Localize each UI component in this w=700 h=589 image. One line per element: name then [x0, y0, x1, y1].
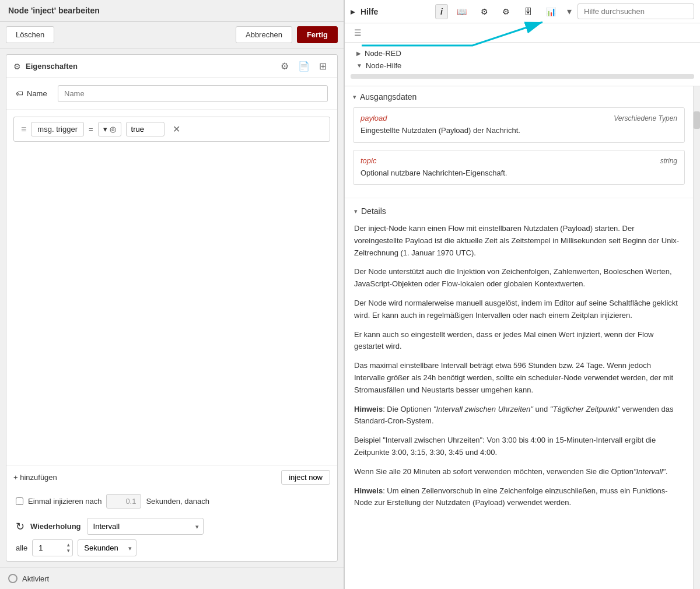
details-para-6: Hinweis: Die Optionen "Intervall zwische…	[354, 404, 684, 428]
trigger-type-dropdown[interactable]: ▾ ◎	[98, 122, 121, 136]
details-para-1: Der inject-Node kann einen Flow mit eins…	[354, 223, 684, 259]
nav-item-nodered[interactable]: ▶ Node-RED	[351, 47, 694, 59]
trigger-operator: =	[89, 125, 93, 134]
intervall-em: "Intervall"	[634, 467, 666, 476]
more-button[interactable]: ▾	[565, 3, 574, 19]
nav-item-nodered-label: Node-RED	[365, 49, 401, 58]
output-item-payload-header: payload Verschiedene Typen	[360, 114, 677, 122]
right-scrollbar[interactable]	[693, 86, 700, 589]
right-content-wrapper: ▾ Ausgangsdaten payload Verschiedene Typ…	[345, 86, 700, 589]
nav-tree: ▶ Node-RED ▼ Node-Hilfe	[345, 43, 700, 86]
spinner-up-button[interactable]: ▲	[65, 542, 72, 548]
drag-handle-icon: ≡	[21, 124, 26, 135]
ausgangsdaten-title: ▾ Ausgangsdaten	[353, 92, 685, 101]
output-desc-payload: Eingestellte Nutzdaten (Payload) der Nac…	[360, 125, 677, 136]
empty-area	[6, 149, 337, 465]
bottom-bar: + hinzufügen inject now	[6, 465, 337, 489]
properties-gear-icon: ⚙	[13, 62, 21, 71]
output-item-payload: payload Verschiedene Typen Eingestellte …	[353, 107, 685, 143]
trigger-remove-button[interactable]: ✕	[169, 122, 184, 136]
dropdown-arrow-icon: ▾	[103, 125, 107, 134]
output-name-topic: topic	[360, 156, 376, 165]
repeat-select[interactable]: Intervall Zeitintervall Täglich	[87, 518, 204, 535]
interval-label: alle	[16, 544, 27, 552]
properties-header: ⚙ Eigenschaften ⚙ 📄 ⊞	[6, 55, 337, 78]
details-para-8: Wenn Sie alle 20 Minuten ab sofort verwe…	[354, 466, 684, 478]
details-para-7: Beispiel "Intervall zwischen Uhrzeiten":…	[354, 434, 684, 459]
scrollbar-thumb	[694, 111, 700, 129]
output-name-payload: payload	[360, 114, 387, 122]
left-panel-title: Node 'inject' bearbeiten	[0, 0, 344, 22]
done-button[interactable]: Fertig	[297, 26, 338, 43]
hinweis-bold-1: Hinweis	[354, 405, 383, 413]
once-suffix: Sekunden, danach	[146, 497, 209, 506]
search-input[interactable]	[578, 3, 694, 19]
option-2-em: "Täglicher Zeitpunkt"	[550, 405, 620, 413]
details-para-4: Er kann auch so eingestellt werden, dass…	[354, 329, 684, 353]
details-para-9: Hinweis: Um einen Zeilenvorschub in eine…	[354, 485, 684, 510]
right-panel: ▸ Hilfe i 📖 ⚙ ⚙ 🗄 📊 ▾ ☰ ▶ Node-RED ▼ Nod…	[344, 0, 700, 589]
inject-now-button[interactable]: inject now	[281, 470, 330, 485]
properties-section: ⚙ Eigenschaften ⚙ 📄 ⊞ 🏷 Name ≡ msg. trig…	[6, 54, 338, 562]
hilfe-title: Hilfe	[360, 7, 432, 16]
tab-tools-button[interactable]: ⚙	[475, 4, 494, 19]
delete-button[interactable]: Löschen	[6, 26, 54, 43]
properties-title: Eigenschaften	[26, 62, 272, 71]
output-item-topic: topic string Optional nutzbare Nachricht…	[353, 150, 685, 185]
properties-icon-gear[interactable]: ⚙	[277, 59, 292, 73]
option-1-em: "Intervall zwischen Uhrzeiten"	[433, 405, 533, 413]
details-title: ▾ Details	[354, 206, 684, 216]
aktiviert-label: Aktiviert	[22, 574, 49, 583]
repeat-section: ↻ Wiederholung Intervall Zeitintervall T…	[6, 513, 337, 561]
trigger-value-select[interactable]: true false	[126, 122, 164, 136]
repeat-icon: ↻	[16, 520, 24, 533]
hilfe-icon: ▸	[351, 7, 355, 16]
target-icon: ◎	[110, 125, 116, 134]
details-para-2: Der Node unterstützt auch die Injektion …	[354, 266, 684, 290]
output-item-topic-header: topic string	[360, 156, 677, 165]
once-checkbox[interactable]	[16, 497, 23, 505]
output-desc-topic: Optional nutzbare Nachrichten-Eigenschaf…	[360, 167, 677, 179]
details-chevron-icon: ▾	[354, 208, 358, 215]
details-section: ▾ Details Der inject-Node kann einen Flo…	[345, 198, 693, 524]
interval-row: alle ▲ ▼ Sekunden Minuten Stunden	[16, 539, 328, 556]
repeat-label: Wiederholung	[30, 522, 81, 531]
tab-chart-button[interactable]: 📊	[541, 4, 561, 19]
interval-input-wrapper: ▲ ▼	[32, 539, 73, 556]
interval-unit-select[interactable]: Sekunden Minuten Stunden	[78, 539, 136, 556]
cancel-button[interactable]: Abbrechen	[236, 26, 292, 43]
hinweis-bold-2: Hinweis	[354, 486, 383, 495]
right-content-scroll[interactable]: ▾ Ausgangsdaten payload Verschiedene Typ…	[345, 86, 693, 589]
left-panel: Node 'inject' bearbeiten Löschen Abbrech…	[0, 0, 344, 589]
output-type-topic: string	[660, 157, 677, 165]
nav-arrow-right-icon: ▶	[356, 50, 361, 57]
details-para-5: Das maximal einstellbare Intervall beträ…	[354, 360, 684, 396]
tag-icon: 🏷	[16, 89, 23, 98]
left-toolbar: Löschen Abbrechen Fertig	[0, 22, 344, 48]
once-label: Einmal injizieren nach	[28, 497, 102, 506]
name-label-wrapper: 🏷 Name	[16, 89, 51, 98]
nav-item-nodehilfe[interactable]: ▼ Node-Hilfe	[351, 59, 694, 72]
properties-header-icons: ⚙ 📄 ⊞	[277, 59, 330, 73]
right-sub-toolbar: ☰	[345, 23, 700, 43]
add-button[interactable]: + hinzufügen	[13, 473, 57, 482]
tab-db-button[interactable]: 🗄	[519, 4, 537, 19]
nav-sub-item-bar	[351, 74, 694, 79]
name-input[interactable]	[58, 85, 328, 102]
properties-icon-doc[interactable]: 📄	[295, 59, 313, 73]
ausgangsdaten-chevron-icon: ▾	[353, 93, 356, 101]
tab-book-button[interactable]: 📖	[452, 4, 472, 19]
ausgangsdaten-section: ▾ Ausgangsdaten payload Verschiedene Typ…	[345, 86, 693, 198]
tab-info-button[interactable]: i	[435, 4, 448, 19]
name-label-text: Name	[27, 89, 47, 98]
list-view-button[interactable]: ☰	[351, 27, 365, 38]
nav-item-nodehilfe-label: Node-Hilfe	[366, 61, 401, 70]
output-type-payload: Verschiedene Typen	[614, 114, 677, 122]
properties-icon-expand[interactable]: ⊞	[316, 59, 330, 73]
once-row: Einmal injizieren nach Sekunden, danach	[6, 489, 337, 513]
once-input[interactable]	[106, 494, 141, 509]
tab-settings-button[interactable]: ⚙	[497, 4, 515, 19]
spinner-down-button[interactable]: ▼	[65, 548, 72, 554]
name-row: 🏷 Name	[6, 78, 337, 110]
nav-arrow-down-icon: ▼	[356, 62, 362, 69]
